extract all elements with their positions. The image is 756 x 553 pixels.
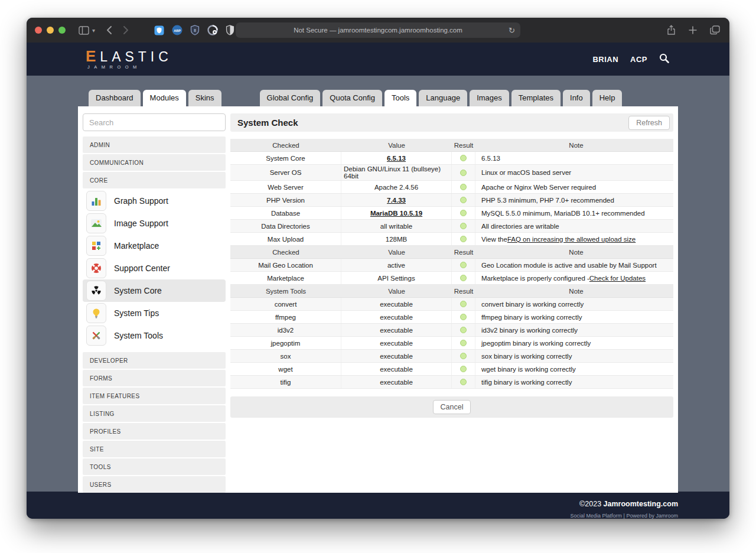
tab-modules[interactable]: Modules xyxy=(143,90,186,106)
module-sidebar: ADMINCOMMUNICATIONCORE Graph SupportImag… xyxy=(78,106,226,493)
sidebar-item-system-tips[interactable]: System Tips xyxy=(83,302,226,324)
share-icon[interactable] xyxy=(667,25,676,35)
result-cell xyxy=(452,298,475,310)
value-link[interactable]: 7.4.33 xyxy=(387,197,406,204)
sidebar-module-list: Graph SupportImage SupportMarketplaceSup… xyxy=(83,190,226,347)
table-row: PHP Version7.4.33PHP 5.3 minimum, PHP 7.… xyxy=(230,194,673,207)
half-shield-icon[interactable] xyxy=(226,25,234,35)
sidebar-item-image-support[interactable]: Image Support xyxy=(83,212,226,235)
tab-global-config[interactable]: Global Config xyxy=(260,90,321,106)
extension-icons: ABP II xyxy=(154,25,234,35)
sidebar-item-graph-support[interactable]: Graph Support xyxy=(83,190,226,212)
search-icon[interactable] xyxy=(659,53,669,65)
column-header-note: Note xyxy=(475,246,673,258)
nav-user-link[interactable]: BRIAN xyxy=(592,55,618,64)
status-ok-dot xyxy=(460,197,467,203)
status-ok-dot xyxy=(460,223,467,229)
note-link[interactable]: Check for Updates xyxy=(589,275,646,282)
sidebar-section-forms[interactable]: FORMS xyxy=(83,370,226,386)
note-cell: Apache or Nginx Web Server required xyxy=(475,181,673,193)
new-tab-icon[interactable] xyxy=(689,26,697,34)
pause-shield-icon[interactable]: II xyxy=(190,25,200,35)
sidebar-item-label: Marketplace xyxy=(114,241,159,251)
chevron-down-icon[interactable]: ▾ xyxy=(92,27,95,34)
bar-chart-icon xyxy=(86,191,106,211)
sidebar-section-profiles[interactable]: PROFILES xyxy=(83,423,226,440)
table-row: Web ServerApache 2.4.56Apache or Nginx W… xyxy=(230,181,673,194)
note-cell: 6.5.13 xyxy=(475,152,673,164)
status-ok-dot xyxy=(460,236,467,242)
value-link[interactable]: MariaDB 10.5.19 xyxy=(370,210,422,217)
site-footer: ©2023 Jamroomtesting.com Social Media Pl… xyxy=(27,492,729,519)
refresh-button[interactable]: Refresh xyxy=(628,116,670,130)
sidebar-section-listing[interactable]: LISTING xyxy=(83,405,226,422)
gauge-icon[interactable] xyxy=(207,25,218,35)
sidebar-section-site[interactable]: SITE xyxy=(83,441,226,457)
reload-icon[interactable]: ↻ xyxy=(509,26,515,35)
tab-language[interactable]: Language xyxy=(419,90,467,106)
sidebar-item-marketplace[interactable]: Marketplace xyxy=(83,235,226,257)
status-ok-dot xyxy=(460,155,467,161)
result-cell xyxy=(452,207,475,219)
table-row: DatabaseMariaDB 10.5.19MySQL 5.5.0 minim… xyxy=(230,207,673,220)
content-container: ADMINCOMMUNICATIONCORE Graph SupportImag… xyxy=(78,106,678,493)
tab-templates[interactable]: Templates xyxy=(511,90,561,106)
tab-images[interactable]: Images xyxy=(470,90,509,106)
table-header-row: CheckedValueResultNote xyxy=(230,246,673,259)
back-button[interactable] xyxy=(106,25,112,35)
sidebar-item-label: System Tips xyxy=(114,308,159,318)
note-cell: PHP 5.3 minimum, PHP 7.0+ recommended xyxy=(475,194,673,206)
traffic-lights xyxy=(35,27,66,34)
value-cell: executable xyxy=(341,337,452,349)
footer-site-link[interactable]: Jamroomtesting.com xyxy=(604,500,678,508)
address-bar[interactable]: Not Secure — jamroomtestingcom.jamroomho… xyxy=(236,22,520,38)
search-input[interactable] xyxy=(83,113,226,131)
note-cell: Linux or macOS based server xyxy=(475,165,673,180)
table-row: convertexecutableconvert binary is worki… xyxy=(230,298,673,311)
close-window-button[interactable] xyxy=(35,27,42,34)
value-link[interactable]: 6.5.13 xyxy=(387,155,406,162)
value-cell: MariaDB 10.5.19 xyxy=(341,207,452,219)
table-row: MarketplaceAPI SettingsMarketplace is pr… xyxy=(230,272,673,285)
column-header-checked: Checked xyxy=(230,139,341,151)
sidebar-section-communication[interactable]: COMMUNICATION xyxy=(83,154,226,171)
sidebar-section-users[interactable]: USERS xyxy=(83,476,226,493)
sidebar-item-system-tools[interactable]: System Tools xyxy=(83,324,226,347)
cancel-button[interactable]: Cancel xyxy=(433,400,471,414)
sidebar-section-admin[interactable]: ADMIN xyxy=(83,136,226,153)
nav-acp-link[interactable]: ACP xyxy=(630,55,647,64)
result-cell xyxy=(452,337,475,349)
address-bar-text: Not Secure — jamroomtestingcom.jamroomho… xyxy=(294,27,462,34)
sidebar-section-tools[interactable]: TOOLS xyxy=(83,458,226,475)
table-row: tifigexecutabletifig binary is working c… xyxy=(230,376,673,389)
site-logo[interactable]: ELASTIC JAMROOM xyxy=(86,48,172,70)
sidebar-toggle-icon[interactable] xyxy=(79,26,89,35)
tab-quota-config[interactable]: Quota Config xyxy=(322,90,382,106)
zoom-window-button[interactable] xyxy=(58,27,66,34)
panel-header: System Check Refresh xyxy=(230,113,673,132)
column-header-result: Result xyxy=(452,285,475,297)
lightbulb-icon xyxy=(86,303,106,323)
tab-tools[interactable]: Tools xyxy=(384,90,416,106)
sidebar-item-support-center[interactable]: Support Center xyxy=(83,257,226,279)
sidebar-item-system-core[interactable]: System Core xyxy=(83,279,226,302)
logo-first-letter: E xyxy=(86,47,100,65)
sidebar-section-core[interactable]: CORE xyxy=(83,172,226,188)
value-cell: all writable xyxy=(341,220,452,232)
tab-help[interactable]: Help xyxy=(592,90,623,106)
sidebar-section-item-features[interactable]: ITEM FEATURES xyxy=(83,388,226,404)
tab-overview-icon[interactable] xyxy=(710,25,720,35)
tab-dashboard[interactable]: Dashboard xyxy=(89,90,141,106)
copyright-text: ©2023 Jamroomtesting.com xyxy=(27,500,678,508)
blue-shield-icon[interactable] xyxy=(154,25,164,35)
tab-skins[interactable]: Skins xyxy=(188,90,221,106)
tab-info[interactable]: Info xyxy=(563,90,590,106)
forward-button[interactable] xyxy=(123,25,129,35)
abp-icon[interactable]: ABP xyxy=(172,25,183,35)
sidebar-item-label: Image Support xyxy=(114,219,168,228)
minimize-window-button[interactable] xyxy=(47,27,54,34)
note-link[interactable]: FAQ on increasing the allowed upload siz… xyxy=(507,236,636,243)
column-header-value: Value xyxy=(341,285,452,297)
value-cell: executable xyxy=(341,376,452,388)
sidebar-section-developer[interactable]: DEVELOPER xyxy=(83,352,226,369)
